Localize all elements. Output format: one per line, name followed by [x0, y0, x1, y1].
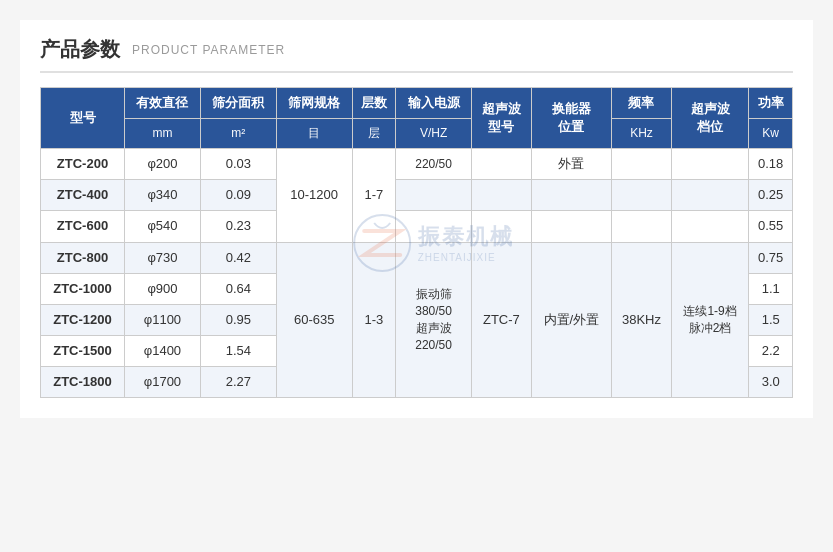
table-row: ZTC-600φ5400.230.55 — [41, 211, 793, 242]
cell-档位: 连续1-9档 脉冲2档 — [671, 242, 749, 398]
page-container: 产品参数 PRODUCT PARAMETER 振泰机械 ZHENTAIJIXIE — [20, 20, 813, 418]
cell-model: ZTC-1800 — [41, 367, 125, 398]
cell-transducer-pos: 外置 — [531, 148, 611, 179]
col-header-ultrasonic-model: 超声波型号 — [472, 88, 532, 149]
cell-transducer-pos — [531, 211, 611, 242]
cell-diameter: φ900 — [125, 273, 201, 304]
cell-transducer-pos: 内置/外置 — [531, 242, 611, 398]
cell-area: 1.54 — [200, 336, 276, 367]
cell-档位 — [671, 211, 749, 242]
cell-power-kw: 0.25 — [749, 180, 793, 211]
cell-档位 — [671, 180, 749, 211]
cell-power-kw: 0.55 — [749, 211, 793, 242]
cell-power-input: 振动筛 380/50 超声波 220/50 — [396, 242, 472, 398]
col-header-model: 型号 — [41, 88, 125, 149]
col-unit-power-input: V/HZ — [396, 119, 472, 149]
cell-area: 0.23 — [200, 211, 276, 242]
cell-power-kw: 0.18 — [749, 148, 793, 179]
table-row: ZTC-200φ2000.0310-12001-7220/50外置0.18 — [41, 148, 793, 179]
col-header-frequency: 频率 — [612, 88, 672, 119]
col-unit-power: Kw — [749, 119, 793, 149]
cell-area: 0.09 — [200, 180, 276, 211]
table-wrapper: 振泰机械 ZHENTAIJIXIE 型号 有效直径 筛分面积 筛网规格 层数 输… — [40, 87, 793, 398]
col-header-diameter: 有效直径 — [125, 88, 201, 119]
col-unit-mesh: 目 — [276, 119, 352, 149]
cell-area: 0.95 — [200, 304, 276, 335]
cell-power-input: 220/50 — [396, 148, 472, 179]
col-header-power-input: 输入电源 — [396, 88, 472, 119]
cell-power-input — [396, 211, 472, 242]
col-unit-diameter: mm — [125, 119, 201, 149]
page-header: 产品参数 PRODUCT PARAMETER — [40, 36, 793, 73]
cell-transducer-pos — [531, 180, 611, 211]
col-header-transducer: 换能器位置 — [531, 88, 611, 149]
cell-frequency — [612, 211, 672, 242]
cell-area: 0.64 — [200, 273, 276, 304]
cell-model: ZTC-800 — [41, 242, 125, 273]
cell-layers: 1-7 — [352, 148, 396, 242]
col-header-layers: 层数 — [352, 88, 396, 119]
col-unit-area: m² — [200, 119, 276, 149]
cell-power-kw: 3.0 — [749, 367, 793, 398]
cell-power-kw: 2.2 — [749, 336, 793, 367]
cell-power-input — [396, 180, 472, 211]
cell-model: ZTC-200 — [41, 148, 125, 179]
cell-ultrasonic-model: ZTC-7 — [472, 242, 532, 398]
col-header-power: 功率 — [749, 88, 793, 119]
cell-area: 2.27 — [200, 367, 276, 398]
cell-ultrasonic-model — [472, 180, 532, 211]
cell-area: 0.42 — [200, 242, 276, 273]
col-unit-layers: 层 — [352, 119, 396, 149]
cell-diameter: φ200 — [125, 148, 201, 179]
cell-layers: 1-3 — [352, 242, 396, 398]
page-title-en: PRODUCT PARAMETER — [132, 43, 285, 57]
col-header-mesh: 筛网规格 — [276, 88, 352, 119]
cell-ultrasonic-model — [472, 211, 532, 242]
cell-model: ZTC-400 — [41, 180, 125, 211]
cell-diameter: φ340 — [125, 180, 201, 211]
cell-diameter: φ730 — [125, 242, 201, 273]
cell-mesh: 60-635 — [276, 242, 352, 398]
cell-frequency: 38KHz — [612, 242, 672, 398]
cell-diameter: φ1100 — [125, 304, 201, 335]
cell-model: ZTC-1200 — [41, 304, 125, 335]
page-title-zh: 产品参数 — [40, 36, 120, 63]
col-header-档位: 超声波档位 — [671, 88, 749, 149]
cell-档位 — [671, 148, 749, 179]
cell-frequency — [612, 180, 672, 211]
cell-diameter: φ540 — [125, 211, 201, 242]
cell-model: ZTC-1000 — [41, 273, 125, 304]
product-table: 型号 有效直径 筛分面积 筛网规格 层数 输入电源 超声波型号 换能器位置 频率… — [40, 87, 793, 398]
cell-area: 0.03 — [200, 148, 276, 179]
cell-frequency — [612, 148, 672, 179]
cell-power-kw: 1.1 — [749, 273, 793, 304]
cell-diameter: φ1700 — [125, 367, 201, 398]
cell-model: ZTC-1500 — [41, 336, 125, 367]
table-row: ZTC-800φ7300.4260-6351-3振动筛 380/50 超声波 2… — [41, 242, 793, 273]
cell-ultrasonic-model — [472, 148, 532, 179]
cell-model: ZTC-600 — [41, 211, 125, 242]
table-row: ZTC-400φ3400.090.25 — [41, 180, 793, 211]
cell-mesh: 10-1200 — [276, 148, 352, 242]
cell-power-kw: 0.75 — [749, 242, 793, 273]
col-header-area: 筛分面积 — [200, 88, 276, 119]
cell-diameter: φ1400 — [125, 336, 201, 367]
col-unit-frequency: KHz — [612, 119, 672, 149]
cell-power-kw: 1.5 — [749, 304, 793, 335]
